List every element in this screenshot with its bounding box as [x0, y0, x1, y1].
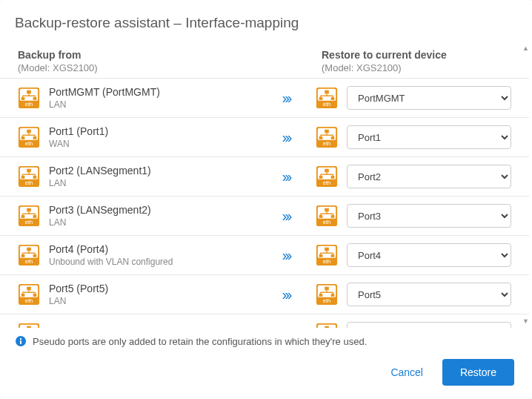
interface-mapping-dialog: Backup-restore assistant – Interface-map… — [0, 0, 532, 399]
svg-text:eth: eth — [323, 140, 330, 147]
arrow-col: ››› — [256, 90, 316, 107]
svg-rect-47 — [21, 176, 25, 179]
map-arrow-icon: ››› — [282, 326, 290, 329]
backup-from-model: (Model: XGS2100) — [18, 62, 262, 73]
eth-port-icon: eth — [316, 323, 338, 328]
map-arrow-icon: ››› — [282, 129, 290, 146]
mapping-row: eth Port3 (LANSegment2) LAN ››› eth Port… — [0, 196, 529, 235]
restore-port-select[interactable]: PortMGMT — [347, 86, 511, 110]
svg-rect-77 — [319, 215, 323, 218]
svg-rect-8 — [33, 97, 37, 100]
eth-port-icon: eth — [316, 283, 338, 306]
svg-text:eth: eth — [25, 179, 33, 186]
restore-to-header: Restore to current device (Model: XGS210… — [322, 49, 514, 73]
info-text: Pseudo ports are only added to retain th… — [33, 336, 367, 347]
svg-rect-62 — [27, 208, 31, 212]
svg-rect-87 — [21, 254, 25, 257]
eth-port-icon: eth — [18, 323, 40, 328]
svg-text:eth: eth — [323, 101, 330, 108]
svg-rect-122 — [27, 326, 31, 328]
map-arrow-icon: ››› — [282, 286, 290, 303]
svg-rect-107 — [21, 294, 25, 297]
column-headers: Backup from (Model: XGS2100) Restore to … — [0, 42, 532, 78]
eth-port-icon: eth — [18, 165, 40, 188]
svg-rect-141 — [20, 340, 21, 344]
svg-rect-88 — [33, 254, 37, 257]
svg-rect-118 — [331, 294, 335, 297]
info-bar: Pseudo ports are only added to retain th… — [0, 328, 532, 355]
restore-port-select[interactable]: Port2 — [347, 165, 511, 188]
backup-port-name: Port6 (Port6) — [49, 327, 256, 328]
restore-to-model: (Model: XGS2100) — [322, 62, 514, 73]
backup-port-name: Port4 (Port4) — [49, 243, 256, 255]
mapping-row: eth Port2 (LANSegment1) LAN ››› eth Port… — [0, 156, 529, 196]
eth-port-icon: eth — [316, 87, 338, 109]
svg-rect-37 — [319, 136, 323, 139]
backup-port-sub: LAN — [49, 217, 256, 228]
svg-text:eth: eth — [25, 258, 33, 265]
svg-rect-78 — [331, 215, 335, 218]
svg-rect-102 — [27, 287, 31, 291]
svg-rect-18 — [331, 97, 335, 100]
svg-rect-98 — [331, 254, 335, 257]
svg-rect-32 — [325, 130, 329, 133]
svg-rect-82 — [27, 248, 31, 251]
info-icon — [15, 335, 27, 347]
mapping-list[interactable]: eth PortMGMT (PortMGMT) LAN ››› eth Port… — [0, 78, 532, 328]
restore-button[interactable]: Restore — [442, 359, 514, 386]
eth-port-icon: eth — [316, 244, 338, 266]
eth-port-icon: eth — [316, 126, 338, 148]
backup-port-name: Port3 (LANSegment2) — [49, 204, 256, 216]
svg-text:eth: eth — [25, 101, 33, 108]
eth-port-icon: eth — [18, 126, 40, 148]
backup-port-sub: LAN — [49, 178, 256, 188]
svg-rect-112 — [325, 287, 329, 291]
arrow-col: ››› — [256, 129, 316, 146]
svg-rect-38 — [331, 136, 335, 139]
eth-port-icon: eth — [316, 205, 338, 227]
backup-port-sub: LAN — [49, 296, 256, 306]
backup-port-name: PortMGMT (PortMGMT) — [49, 86, 256, 98]
mapping-row: eth Port6 (Port6) ››› eth Port6 — [0, 314, 529, 328]
restore-port-select[interactable]: Port4 — [347, 243, 511, 267]
svg-rect-7 — [21, 97, 25, 100]
svg-rect-108 — [33, 294, 37, 297]
cancel-button[interactable]: Cancel — [382, 360, 432, 384]
dialog-title: Backup-restore assistant – Interface-map… — [0, 0, 532, 42]
mapping-row: eth PortMGMT (PortMGMT) LAN ››› eth Port… — [0, 78, 529, 117]
arrow-col: ››› — [256, 208, 316, 225]
svg-rect-67 — [21, 215, 25, 218]
restore-port-select[interactable]: Port1 — [347, 125, 511, 149]
svg-rect-17 — [319, 97, 323, 100]
map-arrow-icon: ››› — [282, 90, 290, 107]
arrow-col: ››› — [256, 286, 316, 303]
restore-port-select[interactable]: Port5 — [347, 283, 511, 306]
svg-rect-57 — [319, 176, 323, 179]
button-bar: Cancel Restore — [0, 355, 532, 399]
backup-port-info: Port1 (Port1) WAN — [49, 125, 256, 149]
backup-from-header: Backup from (Model: XGS2100) — [18, 49, 262, 73]
arrow-col: ››› — [256, 247, 316, 264]
eth-port-icon: eth — [18, 244, 40, 266]
backup-port-name: Port1 (Port1) — [49, 125, 256, 137]
svg-text:eth: eth — [25, 297, 33, 304]
map-arrow-icon: ››› — [282, 208, 290, 225]
backup-port-info: Port4 (Port4) Unbound with VLAN configur… — [49, 243, 256, 267]
eth-port-icon: eth — [18, 205, 40, 227]
svg-rect-132 — [325, 326, 329, 328]
svg-rect-97 — [319, 254, 323, 257]
svg-rect-117 — [319, 294, 323, 297]
svg-text:eth: eth — [323, 297, 330, 304]
svg-rect-142 — [20, 338, 21, 340]
restore-port-select[interactable]: Port3 — [347, 204, 511, 228]
mapping-row: eth Port4 (Port4) Unbound with VLAN conf… — [0, 235, 529, 274]
svg-rect-42 — [27, 169, 31, 173]
svg-rect-92 — [325, 248, 329, 251]
svg-text:eth: eth — [25, 219, 33, 225]
backup-port-info: Port5 (Port5) LAN — [49, 283, 256, 306]
svg-text:eth: eth — [323, 179, 330, 186]
eth-port-icon: eth — [18, 87, 40, 109]
svg-rect-22 — [27, 130, 31, 133]
restore-port-select[interactable]: Port6 — [347, 322, 511, 328]
backup-port-sub: LAN — [49, 99, 256, 110]
